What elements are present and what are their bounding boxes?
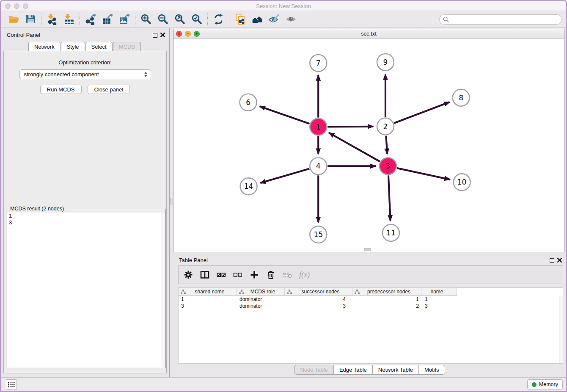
- column-header-shared-name[interactable]: shared name: [179, 288, 237, 296]
- table-panel-title: Table Panel: [179, 257, 208, 263]
- tab-network-table[interactable]: Network Table: [372, 365, 419, 375]
- refresh-icon[interactable]: [210, 12, 227, 27]
- graph-node-3[interactable]: 3: [380, 157, 396, 174]
- tab-node-table[interactable]: Node Table: [294, 365, 334, 375]
- graph-node-label: 9: [383, 58, 388, 66]
- table-cell[interactable]: 3: [285, 303, 352, 309]
- network-canvas[interactable]: 7968124314101511: [173, 39, 564, 252]
- close-panel-icon[interactable]: [160, 31, 165, 39]
- table-tabs: Node TableEdge TableNetwork TableMotifs: [173, 365, 566, 375]
- column-split-icon[interactable]: [200, 268, 209, 281]
- graph-node-8[interactable]: 8: [453, 89, 470, 106]
- window-title: Session: New Session: [1, 3, 566, 9]
- zoom-out-icon[interactable]: [154, 12, 171, 27]
- graph-edge-1-6[interactable]: [260, 106, 310, 124]
- network-close-button[interactable]: ×: [176, 31, 182, 37]
- eye-gray-icon[interactable]: [282, 12, 299, 27]
- graph-edge-1-2[interactable]: [328, 127, 373, 127]
- table-cell[interactable]: dominator: [237, 303, 285, 309]
- network-maximize-button[interactable]: +: [194, 31, 200, 37]
- tab-select[interactable]: Select: [85, 42, 113, 52]
- result-scrollbar[interactable]: [161, 213, 165, 367]
- zoom-in-icon[interactable]: [138, 12, 154, 27]
- app-window: Session: New Session Control Panel Netwo…: [0, 0, 567, 392]
- network-window-titlebar[interactable]: × − + scc.txt: [173, 29, 564, 39]
- table-row[interactable]: 3dominator323: [179, 303, 563, 309]
- checked-boxes-icon[interactable]: [217, 268, 226, 281]
- graph-node-6[interactable]: 6: [240, 94, 257, 111]
- window-minimize-button[interactable]: [14, 3, 19, 9]
- export-table-icon[interactable]: [99, 12, 116, 27]
- graph-node-7[interactable]: 7: [310, 55, 327, 72]
- mcds-result-area[interactable]: 13: [7, 213, 165, 367]
- table-cell[interactable]: 3: [179, 303, 237, 309]
- panel-splitter-handle[interactable]: [170, 198, 173, 204]
- column-header-name[interactable]: name: [421, 288, 457, 296]
- network-minimize-button[interactable]: −: [185, 31, 191, 37]
- task-history-button[interactable]: [6, 379, 17, 390]
- graph-edge-4-14[interactable]: [260, 168, 309, 183]
- tab-network[interactable]: Network: [28, 42, 61, 52]
- run-mcds-button[interactable]: Run MCDS: [40, 85, 82, 94]
- close-panel-button[interactable]: Close panel: [88, 85, 130, 94]
- graph-node-11[interactable]: 11: [383, 224, 399, 241]
- window-controls: [5, 3, 28, 9]
- table-cell[interactable]: 1: [352, 296, 421, 303]
- zoom-fit-icon[interactable]: [171, 12, 188, 27]
- save-icon[interactable]: [22, 12, 39, 27]
- table-cell[interactable]: 3: [421, 303, 457, 309]
- open-folder-icon[interactable]: [5, 12, 22, 27]
- houses-icon[interactable]: [248, 12, 265, 27]
- graph-edge-2-8[interactable]: [394, 102, 449, 123]
- search-input[interactable]: [439, 14, 562, 25]
- document-share-icon[interactable]: [231, 12, 248, 27]
- column-header-predecessor-nodes[interactable]: predecessor nodes: [352, 288, 421, 296]
- table-scrollbar[interactable]: [559, 296, 563, 363]
- export-network-icon[interactable]: [82, 12, 99, 27]
- add-icon[interactable]: [250, 268, 259, 281]
- graph-node-4[interactable]: 4: [310, 157, 327, 174]
- graph-node-9[interactable]: 9: [377, 54, 394, 71]
- trash-icon[interactable]: [266, 268, 275, 281]
- graph-edge-3-10[interactable]: [397, 168, 450, 179]
- graph-node-1[interactable]: 1: [310, 119, 327, 135]
- table-cell[interactable]: dominator: [237, 296, 285, 303]
- gear-icon[interactable]: [184, 268, 193, 281]
- graph-node-2[interactable]: 2: [377, 118, 394, 135]
- window-zoom-button[interactable]: [23, 3, 28, 9]
- table-cell[interactable]: 4: [285, 296, 352, 303]
- column-header-successor-nodes[interactable]: successor nodes: [285, 288, 352, 296]
- attribute-tree-icon: [239, 290, 244, 294]
- graph-edge-2-3[interactable]: [386, 136, 387, 154]
- memory-button[interactable]: Memory: [527, 379, 563, 389]
- list-icon: [8, 382, 15, 388]
- criterion-dropdown[interactable]: strongly connected component: [19, 69, 151, 79]
- canvas-resize-grip[interactable]: [364, 248, 371, 251]
- unchecked-boxes-icon[interactable]: [233, 268, 242, 281]
- tab-motifs[interactable]: Motifs: [418, 365, 445, 375]
- table-cell[interactable]: 1: [179, 296, 237, 303]
- window-close-button[interactable]: [5, 3, 11, 9]
- float-panel-icon[interactable]: [153, 33, 157, 38]
- tab-mcds[interactable]: MCDS: [113, 42, 141, 52]
- graph-node-14[interactable]: 14: [240, 178, 257, 195]
- graph-node-10[interactable]: 10: [454, 174, 471, 190]
- zoom-selected-icon[interactable]: [188, 12, 205, 27]
- column-header-MCDS-role[interactable]: MCDS role: [237, 288, 285, 296]
- graph-node-15[interactable]: 15: [310, 226, 327, 243]
- graph-edge-3-11[interactable]: [388, 175, 391, 221]
- network-graph[interactable]: 7968124314101511: [173, 39, 564, 252]
- table-row[interactable]: 1dominator411: [179, 296, 563, 303]
- tab-style[interactable]: Style: [61, 42, 85, 52]
- import-table-icon[interactable]: [61, 12, 77, 27]
- toolbar-separator: [80, 13, 80, 26]
- float-table-panel-icon[interactable]: [550, 258, 554, 263]
- table-cell[interactable]: 1: [421, 296, 457, 303]
- graph-edge-3-1[interactable]: [329, 133, 380, 162]
- close-table-panel-icon[interactable]: [557, 257, 562, 264]
- eye-pen-icon[interactable]: [265, 12, 282, 27]
- tab-edge-table[interactable]: Edge Table: [333, 365, 373, 375]
- export-image-icon[interactable]: [116, 12, 133, 27]
- table-cell[interactable]: 2: [352, 303, 421, 309]
- import-network-icon[interactable]: [44, 12, 61, 27]
